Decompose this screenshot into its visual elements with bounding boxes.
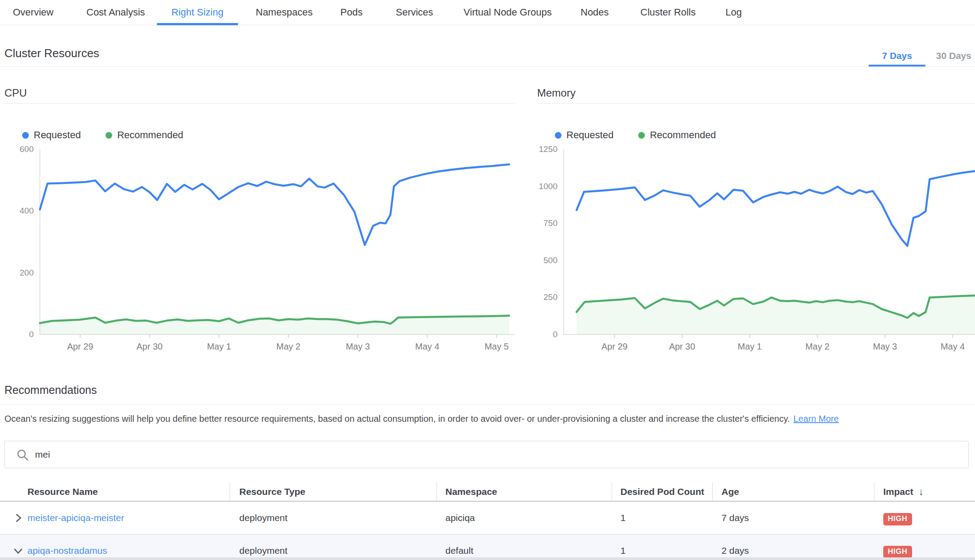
header-divider [874, 482, 874, 501]
tab-cluster-rolls[interactable]: Cluster Rolls [640, 0, 696, 25]
sort-descending-icon[interactable]: ↓ [919, 486, 924, 497]
svg-text:May 5: May 5 [484, 342, 508, 351]
chevron-down-icon[interactable] [12, 545, 24, 556]
cpu-legend: Requested Recommended [4, 129, 515, 141]
main-tabbar: Overview Cost Analysis Right Sizing Name… [0, 0, 975, 25]
impact-badge-high: HIGH [883, 546, 912, 558]
col-namespace[interactable]: Namespace [445, 482, 497, 502]
svg-text:May 1: May 1 [207, 342, 231, 351]
header-divider [437, 482, 437, 501]
resource-search-box [4, 441, 969, 468]
svg-text:750: 750 [543, 218, 558, 228]
cpu-chart: 0200400600Apr 29Apr 30May 1May 2May 3May… [4, 145, 515, 359]
tab-pods[interactable]: Pods [340, 0, 363, 25]
svg-text:400: 400 [20, 206, 34, 215]
legend-item-requested: Requested [555, 129, 613, 141]
tab-services[interactable]: Services [396, 0, 433, 25]
col-impact-label: Impact [883, 486, 913, 497]
tab-overview[interactable]: Overview [13, 0, 54, 25]
col-desired-pod-count[interactable]: Desired Pod Count [620, 482, 704, 502]
recommendations-table-header: Resource Name Resource Type Namespace De… [0, 482, 975, 502]
tab-right-sizing[interactable]: Right Sizing [157, 0, 238, 25]
recommendations-divider [0, 404, 975, 404]
memory-legend: Requested Recommended [537, 129, 975, 141]
svg-text:May 2: May 2 [277, 342, 300, 351]
recommended-dot-icon [638, 132, 645, 139]
cell-desired-pod-count: 1 [620, 535, 626, 560]
cell-namespace: default [445, 535, 473, 560]
cell-desired-pod-count: 1 [620, 502, 626, 534]
legend-label: Requested [34, 129, 81, 141]
recommendations-description: Ocean's resizing suggestions will help y… [4, 414, 839, 424]
col-resource-type[interactable]: Resource Type [239, 482, 305, 502]
cell-age: 7 days [722, 502, 749, 534]
expanded-section-edge [0, 557, 975, 560]
tab-namespaces[interactable]: Namespaces [256, 0, 312, 25]
requested-dot-icon [555, 132, 562, 139]
cluster-resources-title: Cluster Resources [4, 47, 99, 60]
svg-text:1000: 1000 [539, 182, 558, 191]
range-7-days[interactable]: 7 Days [869, 48, 925, 66]
table-row[interactable]: apiqa-nostradamus deployment default 1 2… [0, 535, 975, 560]
svg-text:May 4: May 4 [415, 342, 439, 351]
svg-text:May 1: May 1 [738, 342, 762, 351]
svg-text:Apr 29: Apr 29 [67, 342, 93, 351]
impact-badge-high: HIGH [883, 513, 912, 525]
svg-text:Apr 30: Apr 30 [669, 342, 695, 351]
memory-chart-title: Memory [537, 87, 975, 104]
range-30-days[interactable]: 30 Days [932, 48, 975, 66]
svg-text:Apr 30: Apr 30 [136, 342, 163, 351]
learn-more-link[interactable]: Learn More [793, 414, 838, 424]
cpu-panel: CPU Requested Recommended 0200400600Apr … [4, 87, 515, 359]
recommended-dot-icon [105, 132, 112, 139]
chevron-right-icon[interactable] [12, 512, 24, 524]
memory-panel: Memory Requested Recommended 02505007501… [537, 87, 975, 359]
search-input[interactable] [35, 441, 961, 468]
resource-name-link[interactable]: apiqa-nostradamus [27, 545, 107, 556]
svg-text:600: 600 [20, 145, 34, 154]
svg-text:200: 200 [20, 268, 34, 277]
tab-log[interactable]: Log [725, 0, 742, 25]
svg-text:May 3: May 3 [346, 342, 370, 351]
svg-text:May 3: May 3 [873, 342, 897, 351]
legend-item-requested: Requested [22, 129, 81, 141]
svg-text:0: 0 [553, 330, 558, 339]
recommendations-description-text: Ocean's resizing suggestions will help y… [4, 414, 790, 424]
header-divider [612, 482, 612, 501]
svg-text:250: 250 [543, 292, 558, 302]
cell-namespace: apiciqa [445, 502, 475, 534]
section-divider [0, 66, 975, 67]
cell-resource-type: deployment [239, 535, 288, 560]
col-impact[interactable]: Impact↓ [883, 482, 924, 502]
legend-label: Recommended [650, 129, 716, 141]
svg-text:1250: 1250 [539, 145, 558, 154]
svg-text:0: 0 [29, 330, 34, 339]
legend-label: Requested [566, 129, 613, 141]
col-age[interactable]: Age [722, 482, 739, 502]
table-row[interactable]: meister-apiciqa-meister deployment apici… [0, 502, 975, 534]
svg-text:May 2: May 2 [805, 342, 829, 351]
header-divider [712, 482, 713, 501]
search-icon [16, 448, 30, 462]
recommendations-title: Recommendations [4, 384, 97, 397]
cell-age: 2 days [722, 535, 749, 560]
legend-item-recommended: Recommended [638, 129, 716, 141]
tab-virtual-node-groups[interactable]: Virtual Node Groups [464, 0, 552, 25]
resource-name-link[interactable]: meister-apiciqa-meister [27, 513, 124, 523]
tab-nodes[interactable]: Nodes [581, 0, 609, 25]
cpu-chart-title: CPU [4, 87, 515, 104]
svg-text:Apr 29: Apr 29 [601, 342, 628, 351]
header-divider [230, 482, 230, 501]
right-sizing-page: Overview Cost Analysis Right Sizing Name… [0, 0, 975, 560]
svg-text:May 4: May 4 [940, 342, 964, 351]
tab-cost-analysis[interactable]: Cost Analysis [86, 0, 145, 25]
requested-dot-icon [22, 132, 29, 139]
cell-resource-type: deployment [239, 502, 288, 534]
legend-item-recommended: Recommended [105, 129, 183, 141]
col-resource-name[interactable]: Resource Name [27, 482, 98, 502]
legend-label: Recommended [117, 129, 183, 141]
memory-chart: 025050075010001250Apr 29Apr 30May 1May 2… [537, 145, 975, 359]
svg-text:500: 500 [543, 256, 558, 265]
